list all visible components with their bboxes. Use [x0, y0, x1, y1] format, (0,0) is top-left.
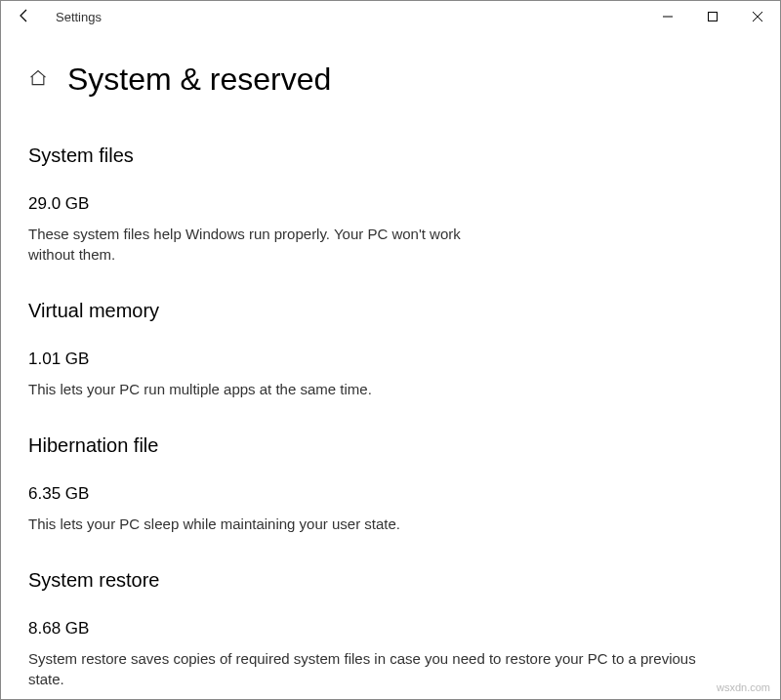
section-heading: Virtual memory: [28, 300, 753, 322]
titlebar: Settings: [1, 1, 780, 32]
page-title: System & reserved: [67, 62, 331, 98]
page-header: System & reserved: [28, 62, 753, 98]
section-value: 8.68 GB: [28, 619, 753, 638]
section-heading: Hibernation file: [28, 434, 753, 457]
section-description: This lets your PC run multiple apps at t…: [28, 379, 712, 399]
home-icon[interactable]: [28, 68, 48, 92]
maximize-button[interactable]: [690, 1, 735, 32]
section-system-restore: System restore 8.68 GB System restore sa…: [28, 569, 753, 689]
content-area: System & reserved System files 29.0 GB T…: [1, 32, 780, 689]
close-button[interactable]: [735, 1, 780, 32]
section-heading: System files: [28, 144, 753, 167]
svg-rect-1: [709, 13, 718, 21]
section-description: This lets your PC sleep while maintainin…: [28, 514, 712, 534]
app-title: Settings: [56, 10, 102, 24]
section-value: 29.0 GB: [28, 194, 753, 214]
section-virtual-memory: Virtual memory 1.01 GB This lets your PC…: [28, 300, 753, 399]
back-button[interactable]: [9, 4, 40, 30]
minimize-button[interactable]: [645, 1, 690, 32]
watermark: wsxdn.com: [717, 681, 770, 693]
window-controls: [645, 1, 780, 32]
section-description: System restore saves copies of required …: [28, 648, 712, 689]
section-hibernation-file: Hibernation file 6.35 GB This lets your …: [28, 434, 753, 534]
section-value: 6.35 GB: [28, 484, 753, 504]
section-system-files: System files 29.0 GB These system files …: [28, 144, 753, 265]
section-heading: System restore: [28, 569, 753, 592]
section-description: These system files help Windows run prop…: [28, 224, 497, 265]
titlebar-left: Settings: [9, 4, 102, 30]
section-value: 1.01 GB: [28, 350, 753, 369]
